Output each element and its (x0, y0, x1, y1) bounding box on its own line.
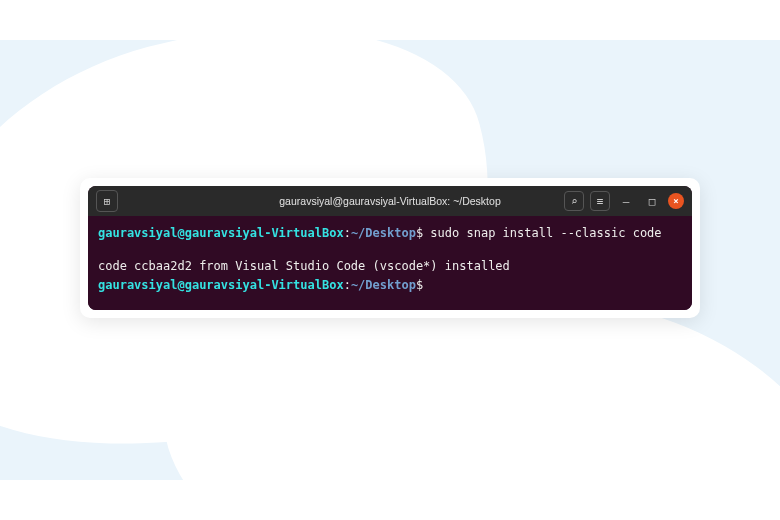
titlebar: ⊞ gauravsiyal@gauravsiyal-VirtualBox: ~/… (88, 186, 692, 216)
terminal-window-frame: ⊞ gauravsiyal@gauravsiyal-VirtualBox: ~/… (80, 178, 700, 318)
maximize-icon: □ (649, 195, 656, 208)
terminal-blank-line (98, 243, 682, 257)
prompt-colon: : (344, 226, 351, 240)
terminal-output-text: code ccbaa2d2 from Visual Studio Code (v… (98, 259, 510, 273)
terminal-command-line: gauravsiyal@gauravsiyal-VirtualBox:~/Des… (98, 224, 682, 243)
terminal: ⊞ gauravsiyal@gauravsiyal-VirtualBox: ~/… (88, 186, 692, 310)
menu-icon: ≡ (597, 195, 604, 208)
close-icon: × (673, 196, 678, 206)
new-tab-icon: ⊞ (104, 195, 111, 208)
command-text: sudo snap install --classic code (423, 226, 661, 240)
terminal-output-line: code ccbaa2d2 from Visual Studio Code (v… (98, 257, 682, 276)
prompt-path: ~/Desktop (351, 226, 416, 240)
close-button[interactable]: × (668, 193, 684, 209)
terminal-body[interactable]: gauravsiyal@gauravsiyal-VirtualBox:~/Des… (88, 216, 692, 310)
terminal-prompt-line: gauravsiyal@gauravsiyal-VirtualBox:~/Des… (98, 276, 682, 295)
window-title: gauravsiyal@gauravsiyal-VirtualBox: ~/De… (279, 195, 500, 207)
prompt-path: ~/Desktop (351, 278, 416, 292)
search-icon: ⌕ (571, 195, 578, 208)
prompt-colon: : (344, 278, 351, 292)
search-button[interactable]: ⌕ (564, 191, 584, 211)
maximize-button[interactable]: □ (642, 191, 662, 211)
new-tab-button[interactable]: ⊞ (96, 190, 118, 212)
prompt-user-host: gauravsiyal@gauravsiyal-VirtualBox (98, 226, 344, 240)
minimize-icon: — (623, 195, 630, 208)
menu-button[interactable]: ≡ (590, 191, 610, 211)
prompt-user-host: gauravsiyal@gauravsiyal-VirtualBox (98, 278, 344, 292)
prompt-dollar: $ (416, 278, 423, 292)
minimize-button[interactable]: — (616, 191, 636, 211)
